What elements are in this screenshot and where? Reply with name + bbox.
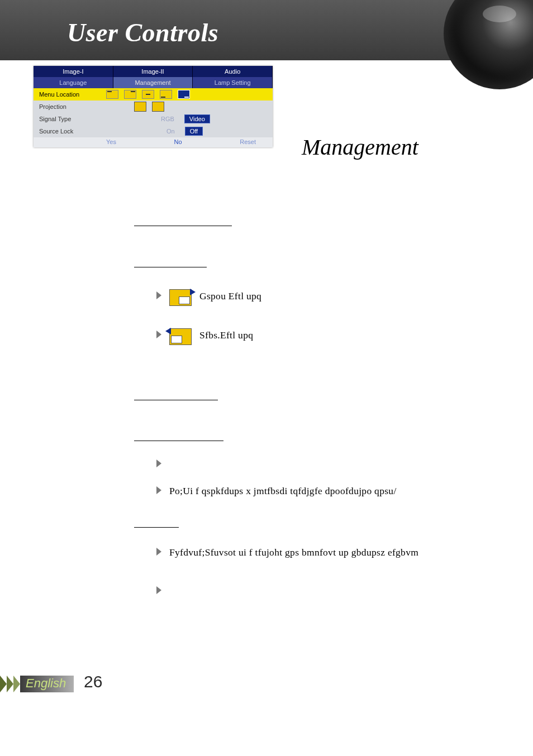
osd-label-projection: Projection xyxy=(39,103,106,110)
chevron-icon xyxy=(13,676,20,692)
bullet-triangle-icon xyxy=(156,331,161,338)
osd-row-source-lock: Source Lock On Off xyxy=(34,125,273,137)
menu-location-icon-selected xyxy=(178,90,190,99)
signal-option-video: Video xyxy=(184,114,210,123)
osd-tab-management: Management xyxy=(113,77,193,88)
osd-tab-audio: Audio xyxy=(193,66,273,77)
osd-row-signal-type: Signal Type RGB Video xyxy=(34,113,273,125)
bullet-text: Sfbs.Eftl upq xyxy=(199,328,253,342)
projection-icon xyxy=(134,102,146,112)
osd-tab-lamp: Lamp Setting xyxy=(193,77,273,88)
projection-front-desktop-icon xyxy=(169,289,192,306)
source-lock-on: On xyxy=(162,127,179,135)
footer-language: English xyxy=(20,676,74,692)
lens-decoration xyxy=(444,0,533,89)
chevron-icon xyxy=(0,676,7,692)
projection-icon xyxy=(152,102,164,112)
osd-label-source-lock: Source Lock xyxy=(39,128,106,135)
bullet-on-line: Po;Ui f qspkfdups x jmtfbsdi tqfdjgfe dp… xyxy=(134,484,492,498)
body-content: Gspou Eftl upq Sfbs.Eftl upq Po;Ui f qsp… xyxy=(134,201,492,599)
osd-tab-image2: Image-II xyxy=(113,66,193,77)
heading-underline xyxy=(134,389,218,400)
osd-footer-reset: Reset xyxy=(240,138,256,145)
osd-footer: Yes No Reset xyxy=(34,137,273,147)
heading-underline xyxy=(134,516,179,528)
bullet-triangle-icon xyxy=(156,291,161,299)
bullet-triangle-icon xyxy=(156,460,161,467)
bullet-text: Po;Ui f qspkfdups x jmtfbsdi tqfdjgfe dp… xyxy=(169,484,397,498)
page-title: User Controls xyxy=(67,18,218,47)
bullet-triangle-icon xyxy=(156,548,161,556)
osd-screenshot: Image-I Image-II Audio Language Manageme… xyxy=(34,66,273,147)
osd-row-projection: Projection xyxy=(34,101,273,113)
osd-footer-no: No xyxy=(174,138,182,145)
heading-underline xyxy=(134,256,207,267)
heading-underline xyxy=(134,429,223,441)
bullet-front-desktop: Gspou Eftl upq xyxy=(134,289,492,306)
menu-location-icon xyxy=(106,90,118,99)
bullet-triangle-icon xyxy=(156,586,161,594)
bullet-text: Fyfdvuf;Sfuvsot ui f tfujoht gps bmnfovt… xyxy=(169,546,418,559)
osd-tab-image1: Image-I xyxy=(34,66,113,77)
osd-label-signal: Signal Type xyxy=(39,116,106,122)
bullet-execute-line: Fyfdvuf;Sfuvsot ui f tfujoht gps bmnfovt… xyxy=(134,546,492,559)
bullet-triangle-icon xyxy=(156,486,161,494)
chevron-icon xyxy=(7,676,13,692)
projection-rear-desktop-icon xyxy=(169,328,192,345)
menu-location-icon xyxy=(160,90,172,99)
heading-underline xyxy=(134,214,232,226)
section-title: Management xyxy=(302,134,418,160)
osd-footer-yes: Yes xyxy=(106,138,116,145)
page-number: 26 xyxy=(84,672,102,691)
source-lock-off: Off xyxy=(185,127,203,136)
osd-label-menu-location: Menu Location xyxy=(39,91,106,98)
bullet-text: Gspou Eftl upq xyxy=(199,289,261,303)
menu-location-icon xyxy=(124,90,136,99)
bullet-empty xyxy=(134,457,492,467)
menu-location-icon xyxy=(142,90,154,99)
signal-option-rgb: RGB xyxy=(156,115,179,123)
bullet-empty xyxy=(134,584,492,594)
osd-row-menu-location: Menu Location xyxy=(34,88,273,101)
osd-tab-language: Language xyxy=(34,77,113,88)
bullet-rear-desktop: Sfbs.Eftl upq xyxy=(134,328,492,345)
